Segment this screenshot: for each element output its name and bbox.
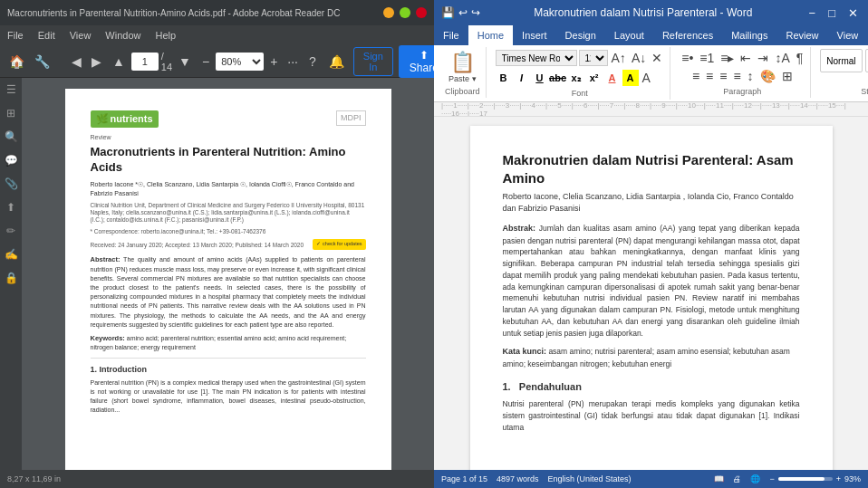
word-redo-btn[interactable]: ↪ bbox=[471, 6, 480, 19]
line-spacing-btn[interactable]: ↕ bbox=[746, 67, 756, 85]
ribbon-paste-btn[interactable]: 📋 Paste ▾ bbox=[445, 49, 480, 85]
pdf-sidebar-bookmark-icon[interactable]: ☰ bbox=[6, 83, 16, 96]
pdf-sidebar-protect-icon[interactable]: 🔒 bbox=[5, 272, 18, 284]
align-center-btn[interactable]: ≡ bbox=[704, 67, 715, 85]
pdf-more-btn[interactable]: ··· bbox=[284, 53, 302, 71]
word-tab-view[interactable]: View bbox=[828, 25, 868, 45]
pdf-sidebar-search-icon[interactable]: 🔍 bbox=[5, 130, 18, 143]
word-tab-mailings[interactable]: Mailings bbox=[722, 25, 776, 45]
word-tab-insert[interactable]: Insert bbox=[513, 25, 556, 45]
strikethrough-btn[interactable]: abc bbox=[550, 70, 566, 86]
pdf-zoom-out-btn[interactable]: − bbox=[198, 53, 213, 71]
word-tab-review[interactable]: Review bbox=[777, 25, 828, 45]
pdf-back-btn[interactable]: ◀ bbox=[68, 53, 85, 71]
highlight-btn[interactable]: A bbox=[622, 70, 639, 86]
multilevel-list-btn[interactable]: ≡▸ bbox=[719, 49, 736, 67]
align-right-btn[interactable]: ≡ bbox=[718, 67, 728, 85]
zoom-out-icon[interactable]: − bbox=[769, 474, 774, 483]
bullet-list-btn[interactable]: ≡• bbox=[680, 49, 695, 67]
pdf-menu-file[interactable]: File bbox=[7, 30, 24, 41]
number-list-btn[interactable]: ≡1 bbox=[698, 49, 716, 67]
pdf-help-btn[interactable]: ? bbox=[305, 53, 320, 71]
check-updates-badge: ✓ check for updates bbox=[313, 239, 365, 250]
word-content-area[interactable]: Makronutrien dalam Nutrisi Parenteral: A… bbox=[434, 117, 868, 470]
font-shrink-btn[interactable]: A↓ bbox=[630, 49, 648, 67]
italic-btn[interactable]: I bbox=[514, 70, 530, 86]
font-clear-btn[interactable]: ✕ bbox=[650, 49, 664, 67]
pdf-sidebar-comment-icon[interactable]: 💬 bbox=[5, 154, 18, 167]
pdf-content-area[interactable]: 🌿nutrients MDPI Review Macronutrients in… bbox=[22, 78, 434, 470]
pdf-page-input[interactable]: 1 bbox=[131, 53, 159, 71]
superscript-btn[interactable]: x² bbox=[586, 70, 603, 86]
pdf-sidebar-thumb-icon[interactable]: ⊞ bbox=[6, 107, 15, 120]
word-close-btn[interactable]: ✕ bbox=[845, 6, 861, 20]
pdf-menu-edit[interactable]: Edit bbox=[38, 30, 55, 41]
ribbon-styles-group: Normal Heading 1 ▾ Styles bbox=[815, 47, 868, 98]
bold-btn[interactable]: B bbox=[496, 70, 512, 86]
align-left-btn[interactable]: ≡ bbox=[690, 67, 701, 85]
font-format-row: B I U abc x₂ x² A A A bbox=[496, 69, 665, 87]
style-h1-btn[interactable]: Heading 1 bbox=[865, 49, 868, 72]
pdf-zoom-select[interactable]: 80% 100% 125% bbox=[216, 53, 264, 71]
pdf-share-label: Share bbox=[410, 62, 434, 74]
pdf-next-page-btn[interactable]: ▼ bbox=[175, 53, 195, 71]
pdf-sign-in-btn[interactable]: Sign In bbox=[353, 47, 393, 76]
word-tab-references[interactable]: References bbox=[653, 25, 722, 45]
pdf-menu-help[interactable]: Help bbox=[155, 30, 176, 41]
pdf-notification-btn[interactable]: 🔔 bbox=[325, 53, 348, 71]
word-tab-design[interactable]: Design bbox=[556, 25, 605, 45]
statusbar-left: Page 1 of 15 4897 words English (United … bbox=[441, 474, 632, 483]
word-minimize-btn[interactable]: − bbox=[806, 6, 819, 20]
shading-btn[interactable]: 🎨 bbox=[758, 67, 777, 85]
pdf-prev-page-btn[interactable]: ▲ bbox=[109, 53, 129, 71]
word-language: English (United States) bbox=[548, 474, 632, 483]
word-view-web-btn[interactable]: 🌐 bbox=[750, 474, 760, 483]
zoom-in-icon[interactable]: + bbox=[836, 474, 841, 483]
pdf-maximize-btn[interactable] bbox=[400, 7, 410, 18]
pdf-forward-btn[interactable]: ▶ bbox=[88, 53, 105, 71]
align-justify-btn[interactable]: ≡ bbox=[731, 67, 742, 85]
pdf-page-group: ▲ 1 / 14 ▼ bbox=[109, 51, 195, 72]
decrease-indent-btn[interactable]: ⇤ bbox=[738, 49, 753, 67]
borders-btn[interactable]: ⊞ bbox=[780, 67, 795, 85]
pdf-home-btn[interactable]: 🏠 bbox=[5, 53, 28, 71]
font-grow-btn[interactable]: A↑ bbox=[610, 49, 628, 67]
pdf-minimize-btn[interactable] bbox=[383, 7, 394, 18]
word-view-read-btn[interactable]: 📖 bbox=[714, 474, 724, 483]
word-save-btn[interactable]: 💾 bbox=[441, 6, 455, 19]
pdf-sidebar-icons: ☰ ⊞ 🔍 💬 📎 ⬆ ✏ ✍ 🔒 bbox=[0, 78, 22, 470]
pdf-tools-btn[interactable]: 🔧 bbox=[31, 53, 53, 71]
pdf-sidebar-sign-icon[interactable]: ✍ bbox=[5, 248, 18, 261]
pdf-sidebar-share2-icon[interactable]: ⬆ bbox=[6, 201, 15, 214]
sort-btn[interactable]: ↕A bbox=[773, 49, 791, 67]
word-tab-home[interactable]: Home bbox=[468, 25, 513, 45]
increase-indent-btn[interactable]: ⇥ bbox=[756, 49, 770, 67]
show-hide-btn[interactable]: ¶ bbox=[795, 49, 805, 67]
word-undo-btn[interactable]: ↩ bbox=[458, 6, 468, 19]
font-color-btn[interactable]: A bbox=[604, 70, 621, 86]
pdf-zoom-in-btn[interactable]: + bbox=[266, 53, 281, 71]
pdf-sidebar-fill-icon[interactable]: ✏ bbox=[6, 225, 15, 237]
font-controls: Times New Roman Arial Calibri 12 11 14 A… bbox=[496, 49, 665, 87]
text-effects-btn[interactable]: A bbox=[641, 69, 652, 87]
font-size-select[interactable]: 12 11 14 bbox=[579, 50, 608, 66]
pdf-zoom-group: − 80% 100% 125% + ··· bbox=[198, 53, 302, 71]
subscript-btn[interactable]: x₂ bbox=[568, 70, 584, 86]
word-section1-title: Pendahuluan bbox=[519, 381, 582, 392]
word-tab-layout[interactable]: Layout bbox=[605, 25, 653, 45]
word-view-print-btn[interactable]: 🖨 bbox=[733, 474, 741, 483]
pdf-share-icon: ⬆ bbox=[420, 49, 429, 62]
word-tab-file[interactable]: File bbox=[434, 25, 468, 45]
underline-btn[interactable]: U bbox=[532, 70, 548, 86]
word-maximize-btn[interactable]: □ bbox=[825, 6, 838, 20]
pdf-close-btn[interactable] bbox=[416, 7, 427, 18]
zoom-slider[interactable] bbox=[778, 477, 833, 481]
ribbon-clipboard-group: 📋 Paste ▾ Clipboard bbox=[439, 47, 487, 98]
style-normal-btn[interactable]: Normal bbox=[820, 49, 862, 72]
pdf-sidebar-attach-icon[interactable]: 📎 bbox=[5, 177, 18, 190]
pdf-menu-view[interactable]: View bbox=[70, 30, 92, 41]
font-name-select[interactable]: Times New Roman Arial Calibri bbox=[496, 50, 577, 66]
word-page: Makronutrien dalam Nutrisi Parenteral: A… bbox=[470, 126, 833, 470]
pdf-share-btn[interactable]: ⬆ Share bbox=[399, 45, 434, 78]
pdf-menu-window[interactable]: Window bbox=[105, 30, 140, 41]
